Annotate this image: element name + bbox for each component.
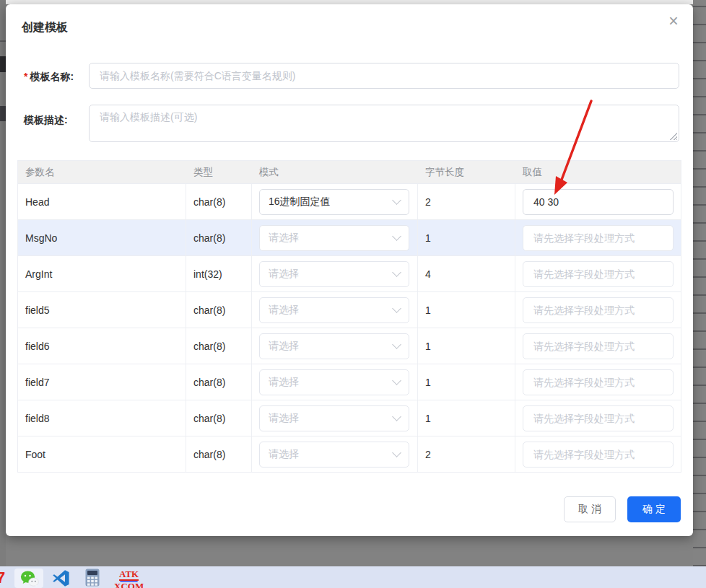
mode-select[interactable]: 请选择 (259, 333, 409, 359)
calculator-glyph-icon (85, 569, 100, 587)
param-type-cell: int(32) (186, 256, 252, 291)
atk-label: ATK (119, 570, 139, 581)
close-icon[interactable]: × (664, 12, 683, 30)
chevron-down-icon (392, 376, 401, 385)
template-desc-textarea[interactable] (89, 105, 679, 142)
param-bytes-cell: 2 (418, 184, 515, 219)
param-value-cell (515, 400, 681, 436)
mode-select[interactable]: 16进制固定值 (259, 189, 409, 215)
param-name-cell: field5 (18, 292, 186, 328)
vscode-icon[interactable] (52, 569, 70, 587)
param-bytes-cell: 2 (418, 436, 515, 472)
param-bytes-cell: 1 (418, 220, 515, 255)
value-input[interactable] (523, 405, 674, 431)
wechat-bubbles-icon (20, 571, 39, 587)
chevron-down-icon (392, 232, 401, 241)
template-name-input[interactable] (89, 63, 679, 89)
param-mode-cell: 请选择 (252, 292, 418, 328)
param-bytes-cell: 1 (418, 328, 515, 364)
param-bytes-cell: 1 (418, 292, 515, 328)
xcom-label: XCOM (114, 582, 144, 588)
chevron-down-icon (392, 304, 401, 313)
param-value-cell (515, 436, 681, 472)
param-type-cell: char(8) (186, 364, 252, 400)
mode-select-value: 16进制固定值 (269, 196, 331, 209)
chevron-down-icon (392, 340, 401, 349)
param-value-cell (515, 256, 681, 291)
param-mode-cell: 请选择 (252, 220, 418, 255)
param-row-field5: field5char(8)请选择1 (18, 291, 681, 328)
param-row-field7: field7char(8)请选择1 (18, 364, 681, 400)
dimmed-page-left-edge (0, 0, 6, 566)
param-row-MsgNo: MsgNochar(8)请选择1 (18, 219, 681, 255)
atk-xcom-icon[interactable]: ATK XCOM (114, 570, 144, 588)
param-name-cell: field7 (18, 364, 186, 400)
param-table-body: Headchar(8)16进制固定值2MsgNochar(8)请选择1ArgIn… (18, 183, 681, 472)
value-input[interactable] (523, 442, 674, 468)
dimmed-page-right-edge (693, 0, 706, 566)
param-name-cell: MsgNo (18, 220, 186, 255)
chevron-down-icon (392, 196, 401, 205)
mode-select-value: 请选择 (269, 304, 299, 317)
cancel-button[interactable]: 取 消 (564, 496, 616, 522)
mode-select[interactable]: 请选择 (259, 442, 409, 468)
wechat-icon[interactable] (14, 569, 43, 588)
param-row-ArgInt: ArgIntint(32)请选择4 (18, 255, 681, 291)
param-type-cell: char(8) (186, 184, 252, 219)
dialog-title: 创建模板 (22, 20, 68, 35)
value-input[interactable] (523, 369, 674, 395)
chevron-down-icon (392, 268, 401, 277)
mode-select-value: 请选择 (269, 412, 299, 425)
param-value-cell (515, 364, 681, 400)
mode-select[interactable]: 请选择 (259, 225, 409, 251)
mode-select[interactable]: 请选择 (259, 261, 409, 287)
mode-select-value: 请选择 (269, 268, 299, 281)
param-type-cell: char(8) (186, 292, 252, 328)
calculator-icon[interactable] (85, 569, 100, 587)
partial-taskbar-icon[interactable]: 7 (0, 569, 5, 587)
mode-select-value: 请选择 (269, 376, 299, 389)
param-row-Foot: Footchar(8)请选择2 (18, 436, 681, 472)
mode-select[interactable]: 请选择 (259, 297, 409, 323)
mode-select-value: 请选择 (269, 232, 299, 245)
template-name-label: *模板名称: (24, 71, 74, 84)
param-value-cell (515, 220, 681, 255)
param-row-field6: field6char(8)请选择1 (18, 328, 681, 364)
chevron-down-icon (392, 412, 401, 421)
header-byte-length: 字节长度 (418, 166, 515, 179)
param-mode-cell: 请选择 (252, 400, 418, 436)
value-input[interactable] (523, 225, 674, 251)
mode-select-value: 请选择 (269, 340, 299, 353)
param-bytes-cell: 1 (418, 364, 515, 400)
value-input[interactable] (523, 261, 674, 287)
create-template-dialog: 创建模板 × *模板名称: 模板描述: 参数名 类型 模式 字节长度 取值 He… (6, 4, 693, 536)
parameter-table-header: 参数名 类型 模式 字节长度 取值 (18, 161, 681, 183)
value-input[interactable] (523, 189, 674, 215)
template-desc-label: 模板描述: (24, 114, 68, 127)
background-content-block (0, 56, 6, 72)
taskbar: 7 ATK XCOM (0, 566, 706, 588)
param-name-cell: Head (18, 184, 186, 219)
confirm-button[interactable]: 确 定 (627, 496, 681, 522)
param-bytes-cell: 1 (418, 400, 515, 436)
param-name-cell: Foot (18, 436, 186, 472)
chevron-down-icon (392, 448, 401, 457)
param-type-cell: char(8) (186, 436, 252, 472)
header-value: 取值 (515, 166, 681, 179)
mode-select-value: 请选择 (269, 448, 299, 461)
param-mode-cell: 请选择 (252, 256, 418, 291)
param-name-cell: ArgInt (18, 256, 186, 291)
header-type: 类型 (186, 166, 252, 179)
mode-select[interactable]: 请选择 (259, 405, 409, 431)
value-input[interactable] (523, 333, 674, 359)
param-row-Head: Headchar(8)16进制固定值2 (18, 183, 681, 219)
param-mode-cell: 请选择 (252, 436, 418, 472)
vscode-logo-icon (52, 569, 70, 587)
mode-select[interactable]: 请选择 (259, 369, 409, 395)
header-param-name: 参数名 (18, 166, 186, 179)
header-mode: 模式 (252, 166, 418, 179)
value-input[interactable] (523, 297, 674, 323)
background-content-block (0, 106, 6, 121)
param-value-cell (515, 328, 681, 364)
param-type-cell: char(8) (186, 220, 252, 255)
